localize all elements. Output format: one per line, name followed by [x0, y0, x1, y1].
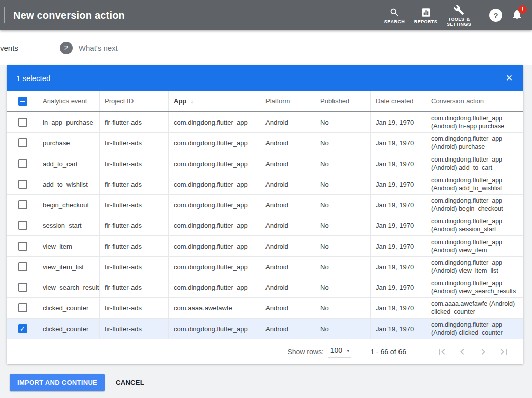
cancel-button[interactable]: CANCEL — [116, 379, 144, 386]
row-checkbox[interactable]: ✓ — [7, 236, 38, 256]
page-title: New conversion action — [13, 10, 125, 21]
header-accent-line — [4, 7, 5, 23]
cell-project-id: fir-flutter-ads — [99, 215, 168, 235]
cell-published: No — [315, 298, 370, 318]
table-body: ✓ in_app_purchase fir-flutter-ads com.di… — [7, 112, 523, 339]
table-row: ✓ add_to_cart fir-flutter-ads com.dingdo… — [7, 153, 523, 174]
close-icon[interactable]: ✕ — [506, 74, 513, 83]
help-button[interactable]: ? — [489, 9, 502, 22]
next-page-icon[interactable] — [477, 346, 489, 358]
nav-reports[interactable]: REPORTS — [410, 6, 441, 24]
cell-app: com.dingdong.flutter_app — [168, 257, 260, 277]
cell-platform: Android — [260, 277, 315, 297]
column-header-date-created[interactable]: Date created — [370, 91, 426, 111]
cell-app: com.dingdong.flutter_app — [168, 153, 260, 174]
cell-published: No — [315, 236, 370, 256]
table-row: ✓ clicked_counter fir-flutter-ads com.aa… — [7, 298, 523, 319]
selection-count: 1 selected — [16, 74, 50, 83]
column-header-project-id[interactable]: Project ID — [99, 91, 168, 111]
sort-desc-icon: ↓ — [190, 97, 194, 105]
notifications-button[interactable]: ! — [511, 9, 523, 22]
row-checkbox[interactable]: ✓ — [7, 153, 38, 174]
table-row: ✓ purchase fir-flutter-ads com.dingdong.… — [7, 133, 523, 153]
cell-conversion-action: com.dingdong.flutter_app (Android) view_… — [426, 257, 523, 277]
cell-conversion-action: com.dingdong.flutter_app (Android) purch… — [426, 133, 523, 153]
cell-app: com.dingdong.flutter_app — [168, 236, 260, 256]
step2-circle: 2 — [60, 42, 73, 54]
table-row: ✓ view_search_results fir-flutter-ads co… — [7, 277, 523, 298]
import-and-continue-button[interactable]: IMPORT AND CONTINUE — [10, 374, 105, 391]
row-checkbox[interactable]: ✓ — [7, 215, 38, 235]
app-header: New conversion action SEARCH REPORTS TOO… — [0, 0, 532, 30]
cell-project-id: fir-flutter-ads — [99, 298, 168, 318]
nav-search-label: SEARCH — [384, 19, 405, 24]
cell-date-created: Jan 19, 1970 — [370, 112, 426, 132]
checkbox-icon: ✓ — [18, 118, 27, 127]
cell-project-id: fir-flutter-ads — [99, 112, 168, 132]
checkbox-icon: ✓ — [18, 221, 27, 230]
cell-analytics-event: add_to_cart — [38, 153, 99, 174]
row-checkbox[interactable]: ✓ — [7, 195, 38, 215]
previous-page-icon[interactable] — [456, 346, 469, 358]
cell-published: No — [315, 112, 370, 132]
checkbox-icon: ✓ — [18, 283, 27, 292]
cell-analytics-event: view_search_results — [38, 277, 99, 297]
cell-app: com.aaaa.awefawfe — [168, 298, 260, 318]
cell-conversion-action: com.dingdong.flutter_app (Android) begin… — [426, 195, 523, 215]
column-header-platform[interactable]: Platform — [260, 91, 315, 111]
column-header-app[interactable]: App ↓ — [168, 91, 260, 111]
cell-analytics-event: add_to_wishlist — [38, 174, 99, 194]
cell-project-id: fir-flutter-ads — [99, 153, 168, 174]
table-footer: Show rows: 100 ▾ 1 - 66 of 66 — [7, 339, 523, 364]
row-checkbox[interactable]: ✓ — [7, 112, 38, 132]
table-row: ✓ view_item fir-flutter-ads com.dingdong… — [7, 236, 523, 257]
cell-analytics-event: clicked_counter — [38, 319, 99, 339]
row-checkbox[interactable]: ✓ — [7, 277, 38, 297]
last-page-icon[interactable] — [498, 346, 510, 358]
events-table-card: 1 selected ✕ Analytics event Project ID … — [7, 65, 523, 364]
column-header-published[interactable]: Published — [315, 91, 370, 111]
select-all-checkbox[interactable] — [7, 91, 38, 111]
first-page-icon[interactable] — [436, 346, 448, 358]
row-checkbox[interactable]: ✓ — [7, 257, 38, 277]
reports-icon — [421, 7, 431, 18]
checkbox-icon: ✓ — [18, 200, 27, 209]
column-header-analytics-event[interactable]: Analytics event — [38, 91, 99, 111]
checkbox-icon: ✓ — [18, 138, 27, 147]
cell-platform: Android — [260, 298, 315, 318]
bell-icon — [511, 13, 523, 22]
cell-conversion-action: com.dingdong.flutter_app (Android) sessi… — [426, 215, 523, 235]
check-icon: ✓ — [20, 325, 26, 332]
indeterminate-checkbox-icon — [18, 97, 27, 106]
cell-platform: Android — [260, 153, 315, 174]
pager — [427, 346, 510, 358]
cell-published: No — [315, 215, 370, 235]
pagination-range: 1 - 66 of 66 — [370, 348, 406, 356]
nav-search[interactable]: SEARCH — [379, 6, 410, 24]
cell-analytics-event: session_start — [38, 215, 99, 235]
cell-published: No — [315, 257, 370, 277]
cell-platform: Android — [260, 319, 315, 339]
checkbox-icon: ✓ — [18, 159, 27, 168]
table-row: ✓ clicked_counter fir-flutter-ads com.di… — [7, 319, 523, 339]
table-row: ✓ begin_checkout fir-flutter-ads com.din… — [7, 195, 523, 215]
row-checkbox[interactable]: ✓ — [7, 133, 38, 153]
table-row: ✓ in_app_purchase fir-flutter-ads com.di… — [7, 112, 523, 133]
cell-app: com.dingdong.flutter_app — [168, 215, 260, 235]
cell-conversion-action: com.dingdong.flutter_app (Android) add_t… — [426, 153, 523, 174]
cell-platform: Android — [260, 133, 315, 153]
row-checkbox[interactable]: ✓ — [7, 319, 38, 339]
page-size-dropdown[interactable]: 100 ▾ — [328, 345, 351, 358]
cell-conversion-action: com.dingdong.flutter_app (Android) view_… — [426, 277, 523, 297]
cell-date-created: Jan 19, 1970 — [370, 174, 426, 194]
cell-app: com.dingdong.flutter_app — [168, 112, 260, 132]
nav-tools-settings[interactable]: TOOLS & SETTINGS — [441, 4, 477, 27]
cell-analytics-event: clicked_counter — [38, 298, 99, 318]
row-checkbox[interactable]: ✓ — [7, 298, 38, 318]
column-header-conversion-action[interactable]: Conversion action — [426, 91, 523, 111]
row-checkbox[interactable]: ✓ — [7, 174, 38, 194]
nav-reports-label: REPORTS — [414, 19, 437, 24]
cell-analytics-event: view_item — [38, 236, 99, 256]
step-connector-line — [25, 48, 54, 48]
cell-published: No — [315, 319, 370, 339]
